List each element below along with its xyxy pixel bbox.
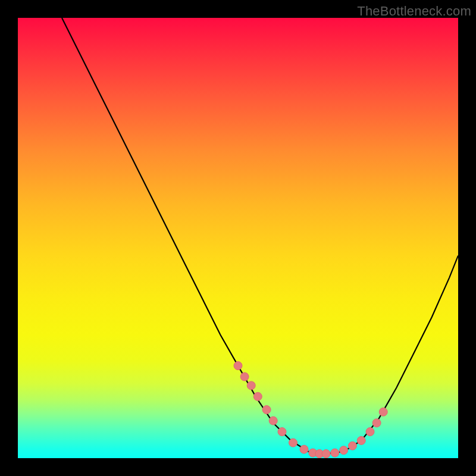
marker-point bbox=[331, 449, 339, 457]
marker-point bbox=[269, 416, 277, 425]
marker-point bbox=[372, 419, 381, 427]
watermark-text: TheBottleneck.com bbox=[357, 4, 471, 19]
marker-point bbox=[300, 445, 308, 453]
marker-point bbox=[262, 406, 271, 414]
marker-point bbox=[240, 372, 249, 381]
plot-area bbox=[18, 18, 458, 458]
marker-point bbox=[253, 392, 262, 400]
marker-point bbox=[289, 439, 298, 447]
highlight-markers bbox=[234, 362, 387, 458]
marker-point bbox=[234, 362, 242, 370]
curve-layer bbox=[18, 18, 458, 458]
bottleneck-curve bbox=[62, 18, 458, 454]
marker-point bbox=[247, 381, 255, 390]
chart-frame: TheBottleneck.com bbox=[0, 0, 476, 476]
marker-point bbox=[348, 441, 356, 450]
marker-point bbox=[322, 450, 330, 458]
marker-point bbox=[366, 428, 374, 436]
marker-point bbox=[278, 428, 286, 436]
marker-point bbox=[379, 408, 387, 416]
marker-point bbox=[357, 436, 365, 444]
marker-point bbox=[340, 446, 348, 455]
